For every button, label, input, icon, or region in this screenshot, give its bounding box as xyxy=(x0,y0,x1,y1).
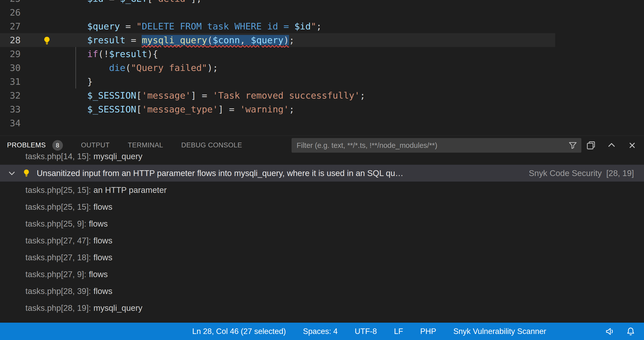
code-token: [ xyxy=(147,0,153,4)
code-line-32[interactable]: 32 $_SESSION['message'] = 'Task removed … xyxy=(0,89,644,102)
problem-message: mysqli_query xyxy=(94,152,142,161)
problem-location: tasks.php[25, 15]: xyxy=(25,202,91,212)
problem-related-row[interactable]: tasks.php[25, 15]:flows xyxy=(0,198,644,215)
line-number[interactable]: 25 xyxy=(0,0,21,6)
problem-message: flows xyxy=(89,270,108,279)
code-token: ; xyxy=(289,35,295,45)
code-token: 'delid' xyxy=(153,0,191,4)
problem-location: tasks.php[25, 15]: xyxy=(25,185,91,195)
status-cursor-position[interactable]: Ln 28, Col 46 (27 selected) xyxy=(184,323,294,340)
code-token xyxy=(65,90,87,101)
line-number[interactable]: 27 xyxy=(0,19,21,33)
code-line-27[interactable]: 27 $query = "DELETE FROM task WHERE id =… xyxy=(0,19,644,33)
code-line-26[interactable]: 26 xyxy=(0,6,644,19)
problem-related-row[interactable]: tasks.php[14, 15]: mysqli_query xyxy=(0,148,644,165)
line-number[interactable]: 34 xyxy=(0,116,21,130)
problem-location: tasks.php[27, 9]: xyxy=(25,270,86,279)
code-line-29[interactable]: 29 if(!$result){ xyxy=(0,47,644,61)
code-token xyxy=(65,35,87,45)
code-content: $id = $_GET['delid']; xyxy=(65,0,202,6)
code-token: ] xyxy=(191,90,196,101)
code-line-30[interactable]: 30 die("Query failed"); xyxy=(0,61,644,75)
code-content: if(!$result){ xyxy=(65,47,158,61)
status-bar: Ln 28, Col 46 (27 selected)Spaces: 4UTF-… xyxy=(0,323,644,340)
problem-message: flows xyxy=(94,236,112,245)
lightbulb-icon xyxy=(22,169,31,178)
code-token: ; xyxy=(213,63,218,73)
problem-related-row[interactable]: tasks.php[28, 39]:flows xyxy=(0,283,644,300)
code-token: mysqli_query xyxy=(142,35,207,45)
code-line-33[interactable]: 33 $_SESSION['message_type'] = 'warning'… xyxy=(0,102,644,116)
code-token: ; xyxy=(289,104,295,114)
code-line-28[interactable]: 28 $result = mysqli_query($conn, $query)… xyxy=(0,33,644,47)
problems-list: tasks.php[14, 15]: mysqli_query Unsaniti… xyxy=(0,148,644,316)
feedback-icon[interactable] xyxy=(605,327,615,336)
bottom-panel: PROBLEMS8OUTPUTTERMINALDEBUG CONSOLE xyxy=(0,136,644,323)
problem-related-row[interactable]: tasks.php[27, 9]:flows xyxy=(0,266,644,283)
code-token: $result xyxy=(87,35,126,45)
code-token: = xyxy=(125,35,142,45)
code-token: $_SESSION xyxy=(87,104,136,114)
code-token: die xyxy=(109,63,125,73)
problem-related-rows: tasks.php[25, 15]:an HTTP parametertasks… xyxy=(0,182,644,316)
line-number[interactable]: 32 xyxy=(0,89,21,102)
status-encoding[interactable]: UTF-8 xyxy=(346,323,385,340)
problem-related-row[interactable]: tasks.php[25, 15]:an HTTP parameter xyxy=(0,182,644,198)
code-editor[interactable]: 25 $id = $_GET['delid'];2627 $query = "D… xyxy=(0,0,644,136)
problem-message: flows xyxy=(94,286,112,296)
problem-related-row[interactable]: tasks.php[28, 19]:mysqli_query xyxy=(0,300,644,316)
problem-location: tasks.php[27, 47]: xyxy=(25,236,91,245)
line-number[interactable]: 28 xyxy=(0,33,21,47)
code-token: (! xyxy=(98,49,109,59)
code-token: 'message_type' xyxy=(142,104,218,114)
status-eol[interactable]: LF xyxy=(385,323,412,340)
line-number[interactable]: 33 xyxy=(0,102,21,116)
problem-code: [28, 19] xyxy=(606,168,634,178)
code-token: ( xyxy=(125,63,131,73)
code-content: $result = mysqli_query($conn, $query); xyxy=(65,33,294,47)
code-line-31[interactable]: 31 } xyxy=(0,75,644,89)
status-icons xyxy=(605,327,635,336)
code-token: ) xyxy=(207,63,213,73)
notifications-bell-icon[interactable] xyxy=(626,327,635,336)
line-number[interactable]: 26 xyxy=(0,6,21,19)
code-token: $id xyxy=(87,0,104,4)
problem-location: tasks.php[28, 39]: xyxy=(25,286,91,296)
problem-row-selected[interactable]: Unsanitized input from an HTTP parameter… xyxy=(0,165,644,182)
code-token: if xyxy=(87,49,98,59)
status-language-mode[interactable]: PHP xyxy=(412,323,445,340)
problem-location: tasks.php[14, 15]: xyxy=(25,152,91,161)
chevron-down-icon[interactable] xyxy=(8,169,16,178)
code-token: $id xyxy=(294,21,311,31)
status-indentation[interactable]: Spaces: 4 xyxy=(294,323,346,340)
problem-location: tasks.php[27, 18]: xyxy=(25,253,91,262)
problem-related-row[interactable]: tasks.php[27, 18]:flows xyxy=(0,249,644,266)
problem-related-row[interactable]: tasks.php[25, 9]:flows xyxy=(0,215,644,232)
lightbulb-icon[interactable] xyxy=(42,35,52,45)
problem-message: flows xyxy=(89,219,108,229)
code-content: $_SESSION['message_type'] = 'warning'; xyxy=(65,102,294,116)
problem-related-row[interactable]: tasks.php[27, 47]:flows xyxy=(0,232,644,249)
problem-message: Unsanitized input from an HTTP parameter… xyxy=(37,168,523,178)
code-token: 'warning' xyxy=(240,104,289,114)
code-token: $conn xyxy=(213,35,240,45)
code-token: $query xyxy=(251,35,284,45)
line-number[interactable]: 31 xyxy=(0,75,21,89)
code-token: } xyxy=(87,76,93,87)
status-snyk-scanner[interactable]: Snyk Vulnerability Scanner xyxy=(445,323,555,340)
code-token xyxy=(65,63,109,73)
code-token: ] xyxy=(218,104,224,114)
code-content: $_SESSION['message'] = 'Task removed suc… xyxy=(65,89,365,102)
code-token: = xyxy=(224,104,240,114)
code-token: = xyxy=(196,90,213,101)
code-token: $query xyxy=(87,21,120,31)
code-token xyxy=(65,0,87,4)
line-number[interactable]: 30 xyxy=(0,61,21,75)
code-token: ){ xyxy=(147,49,158,59)
code-token: "Query failed" xyxy=(131,63,207,73)
status-items: Ln 28, Col 46 (27 selected)Spaces: 4UTF-… xyxy=(184,323,555,340)
line-number[interactable]: 29 xyxy=(0,47,21,61)
code-line-34[interactable]: 34 xyxy=(0,116,644,130)
vscode-window: 25 $id = $_GET['delid'];2627 $query = "D… xyxy=(0,0,644,340)
code-line-25[interactable]: 25 $id = $_GET['delid']; xyxy=(0,0,644,6)
